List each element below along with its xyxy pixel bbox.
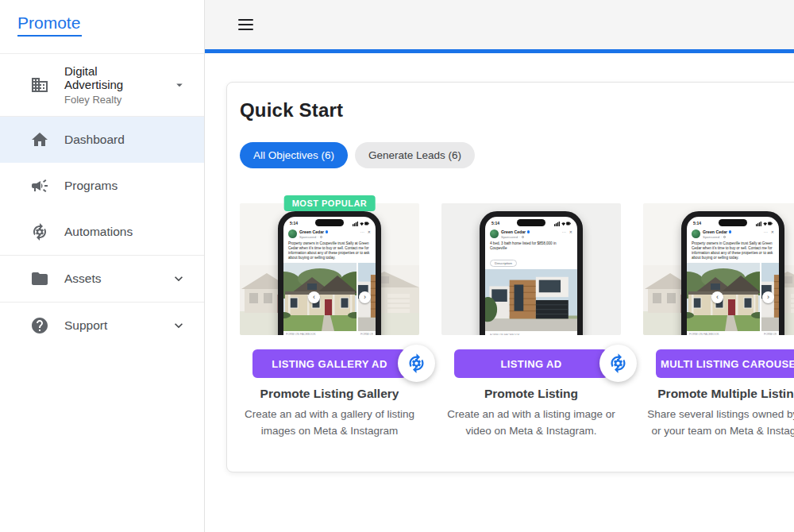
close-icon: ✕ xyxy=(569,229,572,234)
tile-description-line: images on Meta & Instagram xyxy=(240,423,419,440)
page-title: Quick Start xyxy=(240,99,794,121)
cta-row: MULTI LISTING CAROUSEL AD xyxy=(643,349,794,378)
topbar xyxy=(205,0,794,49)
phone-notch xyxy=(517,219,545,226)
listing-ad-button[interactable]: LISTING AD xyxy=(454,349,608,378)
automation-sync-badge[interactable] xyxy=(398,345,435,382)
tile-listing-ad[interactable]: 5:14 Green Cedar Sponsored · ··· xyxy=(441,203,621,440)
sidebar-item-dashboard[interactable]: Dashboard xyxy=(0,117,204,163)
org-subtitle: Foley Realty xyxy=(64,94,157,106)
tile-description-line: video on Meta & Instagram. xyxy=(441,423,621,440)
sidebar-item-programs[interactable]: Programs xyxy=(0,163,204,209)
phone-time: 5:14 xyxy=(491,221,499,226)
sponsored-label: Sponsored xyxy=(501,235,518,239)
org-title: Digital Advertising xyxy=(64,64,157,91)
tile-description-line: Share several listings owned by you xyxy=(643,407,794,423)
sidebar-item-label: Programs xyxy=(64,179,204,193)
page-name: Green Cedar xyxy=(703,229,727,234)
tiles-row: MOST POPULAR 5:14 xyxy=(240,203,794,440)
close-icon: ✕ xyxy=(368,229,371,234)
page-avatar xyxy=(490,229,499,238)
promote-logo[interactable]: Promote xyxy=(17,13,82,37)
tile-title: Promote Listing Gallery xyxy=(240,387,419,401)
more-icon: ··· xyxy=(562,229,566,234)
sidebar-nav: Dashboard Programs Automations Assets Su… xyxy=(0,117,204,349)
sidebar-item-assets[interactable]: Assets xyxy=(0,256,204,302)
logo-row: Promote xyxy=(0,0,204,54)
org-selector[interactable]: Digital Advertising Foley Realty xyxy=(0,54,204,117)
sidebar-item-automations[interactable]: Automations xyxy=(0,209,204,255)
more-icon: ··· xyxy=(764,229,768,234)
tile-title: Promote Multiple Listings xyxy=(643,387,794,401)
ad-copy-text: 4 bed, 3 bath home listed for $858,000 i… xyxy=(485,241,577,253)
form-source-label: FORM ON FACEBOOK xyxy=(286,333,354,335)
most-popular-badge: MOST POPULAR xyxy=(284,195,376,211)
tile-description: Share several listings owned by you or y… xyxy=(643,407,794,440)
sync-gear-icon xyxy=(607,353,629,374)
page-avatar xyxy=(692,229,700,238)
content: Quick Start All Objectives (6) Generate … xyxy=(205,53,794,532)
listing-gallery-ad-button[interactable]: LISTING GALLERY AD xyxy=(252,349,407,378)
phone-notch xyxy=(315,219,344,226)
globe-icon xyxy=(320,236,323,239)
phone-time: 5:14 xyxy=(290,221,298,226)
form-source-label: FORM ON FACEBOOK xyxy=(689,333,757,335)
verified-dot-icon xyxy=(729,230,732,233)
page-avatar xyxy=(288,229,297,238)
cta-row: LISTING GALLERY AD xyxy=(240,349,419,378)
phone-mockup: 5:14 Green Cedar Sponsored · ··· xyxy=(681,211,784,335)
page-name: Green Cedar xyxy=(501,229,526,234)
tile-title: Promote Listing xyxy=(441,387,621,401)
tile-description: Create an ad with a listing image or vid… xyxy=(441,407,621,440)
chevron-down-icon xyxy=(171,271,187,287)
sponsored-label: Sponsored xyxy=(703,235,719,239)
phone-mockup: 5:14 Green Cedar Sponsored · ··· xyxy=(480,211,583,335)
phone-time: 5:14 xyxy=(693,221,701,226)
tile-preview-image: 5:14 Green Cedar Sponsored · ··· xyxy=(441,203,621,335)
sidebar-item-label: Assets xyxy=(64,272,156,286)
chip-all-objectives[interactable]: All Objectives (6) xyxy=(240,142,348,168)
globe-icon xyxy=(723,236,727,239)
tile-description-line: Create an ad with a listing image or xyxy=(441,407,621,423)
building-icon xyxy=(30,75,49,94)
tile-preview-image: 5:14 Green Cedar Sponsored · ··· xyxy=(643,203,794,335)
multi-listing-carousel-ad-button[interactable]: MULTI LISTING CAROUSEL AD xyxy=(656,349,794,378)
sidebar-item-label: Support xyxy=(64,318,156,333)
folder-icon xyxy=(30,269,49,288)
form-source-label: FORM ON FACEBOOK xyxy=(360,333,373,335)
chip-generate-leads[interactable]: Generate Leads (6) xyxy=(355,142,475,168)
help-icon xyxy=(30,316,49,335)
sidebar-item-label: Automations xyxy=(64,225,204,239)
sponsored-label: Sponsored xyxy=(299,235,316,239)
phone-status-icons xyxy=(756,221,773,226)
close-icon: ✕ xyxy=(771,229,774,234)
sidebar: Promote Digital Advertising Foley Realty… xyxy=(0,0,205,532)
megaphone-icon xyxy=(30,176,49,195)
org-text: Digital Advertising Foley Realty xyxy=(64,64,157,106)
phone-status-icons xyxy=(554,221,571,226)
dropdown-caret-icon xyxy=(172,78,187,92)
tile-description-line: Create an ad with a gallery of listing xyxy=(240,407,419,423)
tile-preview-image: 5:14 Green Cedar Sponsored · ··· xyxy=(240,203,419,335)
sidebar-item-support[interactable]: Support xyxy=(0,303,204,349)
form-source-label: FORM ON FACEBOOK xyxy=(764,333,777,335)
automation-sync-badge[interactable] xyxy=(599,345,637,382)
hamburger-menu-icon[interactable] xyxy=(238,16,253,33)
ad-copy-text: Property owners in Coupeville trust Sall… xyxy=(687,241,779,263)
main-area: Quick Start All Objectives (6) Generate … xyxy=(205,0,794,532)
sidebar-item-label: Dashboard xyxy=(64,133,204,147)
listing-photo xyxy=(485,269,577,331)
tile-multi-listing-carousel-ad[interactable]: 5:14 Green Cedar Sponsored · ··· xyxy=(643,203,794,440)
globe-icon xyxy=(522,236,525,239)
verified-dot-icon xyxy=(326,230,329,233)
listing-photo xyxy=(687,263,760,331)
phone-mockup: 5:14 Green Cedar Sponsored · ··· xyxy=(278,211,381,335)
page-name: Green Cedar xyxy=(299,229,324,234)
cta-row: LISTING AD xyxy=(441,349,621,378)
tile-description: Create an ad with a gallery of listing i… xyxy=(240,407,419,440)
more-icon: ··· xyxy=(360,229,364,234)
ad-copy-text: Property owners in Coupeville trust Sall… xyxy=(283,241,376,263)
phone-notch xyxy=(719,219,747,226)
sync-gear-icon xyxy=(406,353,427,374)
tile-listing-gallery-ad[interactable]: MOST POPULAR 5:14 xyxy=(240,203,419,440)
